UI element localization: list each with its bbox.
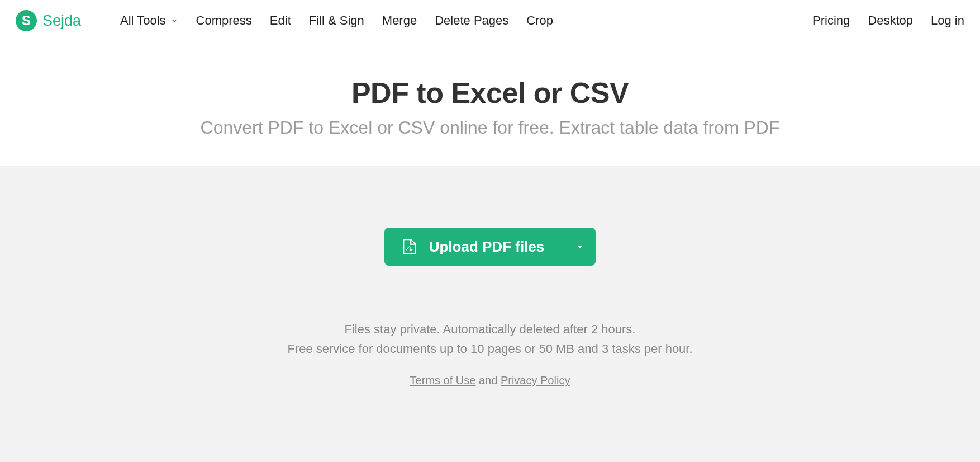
nav-all-tools-label: All Tools xyxy=(120,13,166,28)
logo-initial: S xyxy=(22,13,31,29)
nav-right: Pricing Desktop Log in xyxy=(812,13,964,28)
page-subtitle: Convert PDF to Excel or CSV online for f… xyxy=(0,117,980,138)
logo[interactable]: S Sejda xyxy=(16,10,81,31)
nav-edit[interactable]: Edit xyxy=(270,13,291,28)
privacy-policy-link[interactable]: Privacy Policy xyxy=(501,374,570,386)
nav-all-tools[interactable]: All Tools xyxy=(120,13,178,28)
nav-merge-label: Merge xyxy=(382,13,417,28)
logo-text: Sejda xyxy=(42,12,81,30)
file-pdf-icon xyxy=(402,238,417,255)
nav-desktop-label: Desktop xyxy=(868,13,913,28)
logo-icon: S xyxy=(16,10,37,31)
nav-fill-sign[interactable]: Fill & Sign xyxy=(309,13,364,28)
info-line-1: Files stay private. Automatically delete… xyxy=(0,319,980,339)
svg-marker-0 xyxy=(578,246,582,248)
upload-button-label: Upload PDF files xyxy=(429,238,545,256)
nav-pricing-label: Pricing xyxy=(812,13,850,28)
nav-crop-label: Crop xyxy=(526,13,553,28)
legal-and: and xyxy=(475,374,500,386)
info-text: Files stay private. Automatically delete… xyxy=(0,319,980,359)
nav-edit-label: Edit xyxy=(270,13,291,28)
chevron-down-icon xyxy=(170,17,178,25)
nav-compress[interactable]: Compress xyxy=(196,13,252,28)
upload-button-main: Upload PDF files xyxy=(384,228,565,266)
upload-dropdown-toggle[interactable] xyxy=(564,228,596,266)
upload-button[interactable]: Upload PDF files xyxy=(384,228,596,266)
nav-desktop[interactable]: Desktop xyxy=(868,13,913,28)
header: S Sejda All Tools Compress Edit Fill & S… xyxy=(0,0,980,41)
hero-section: PDF to Excel or CSV Convert PDF to Excel… xyxy=(0,41,980,166)
caret-down-icon xyxy=(577,243,583,250)
nav-fill-sign-label: Fill & Sign xyxy=(309,13,364,28)
terms-of-use-link[interactable]: Terms of Use xyxy=(410,374,476,386)
upload-section: Upload PDF files Files stay private. Aut… xyxy=(0,161,980,462)
nav-login-label: Log in xyxy=(931,13,964,28)
nav-compress-label: Compress xyxy=(196,13,252,28)
info-line-2: Free service for documents up to 10 page… xyxy=(0,339,980,359)
nav-delete-pages[interactable]: Delete Pages xyxy=(435,13,508,28)
nav-delete-pages-label: Delete Pages xyxy=(435,13,508,28)
page-title: PDF to Excel or CSV xyxy=(0,76,980,110)
nav-crop[interactable]: Crop xyxy=(526,13,553,28)
legal-links: Terms of Use and Privacy Policy xyxy=(0,374,980,387)
nav-login[interactable]: Log in xyxy=(931,13,964,28)
nav-left: All Tools Compress Edit Fill & Sign Merg… xyxy=(120,13,553,28)
nav-pricing[interactable]: Pricing xyxy=(812,13,850,28)
nav-merge[interactable]: Merge xyxy=(382,13,417,28)
